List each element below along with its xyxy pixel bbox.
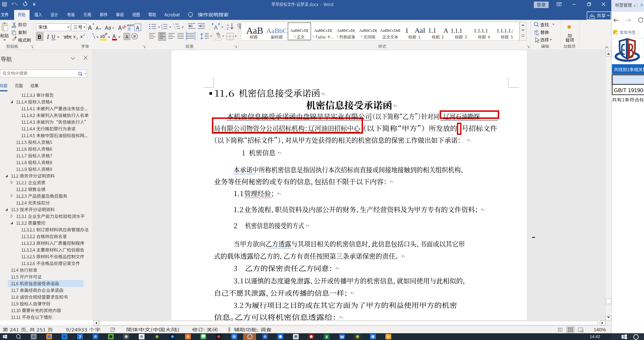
svg-text:1.1.1.1.:: 1.1.1.1.: <box>497 28 513 33</box>
svg-text:AaBbC: AaBbC <box>266 27 287 35</box>
svg-text:AaI: AaI <box>415 26 425 34</box>
svg-text:X: X <box>325 335 328 339</box>
svg-text:7: 7 <box>79 335 81 339</box>
svg-text:W: W <box>340 335 344 339</box>
svg-text:14:42: 14:42 <box>590 334 600 339</box>
svg-text:I: I <box>47 33 49 40</box>
svg-text:GB/T 19190-: GB/T 19190- <box>614 87 644 93</box>
svg-text:AaBbCcDdI: AaBbCcDdI <box>380 28 401 33</box>
svg-text:AaBbCcD(: AaBbCcD( <box>290 28 309 33</box>
svg-text:AaBbCcD(: AaBbCcD( <box>337 28 355 33</box>
svg-text:AaBbCcD(: AaBbCcD( <box>314 28 332 33</box>
svg-text:AaBbCcD(: AaBbCcD( <box>359 28 377 33</box>
svg-text:1.1.1.1: 1.1.1.1 <box>474 28 488 33</box>
svg-text:1.1.1: 1.1.1 <box>451 28 462 34</box>
svg-text:★: ★ <box>615 31 618 34</box>
svg-text:1: 1 <box>405 26 409 34</box>
svg-text:1.1: 1.1 <box>428 27 436 34</box>
svg-text:A: A <box>444 27 448 34</box>
svg-text:140%: 140% <box>594 327 606 332</box>
svg-text:AaB: AaB <box>246 25 263 36</box>
